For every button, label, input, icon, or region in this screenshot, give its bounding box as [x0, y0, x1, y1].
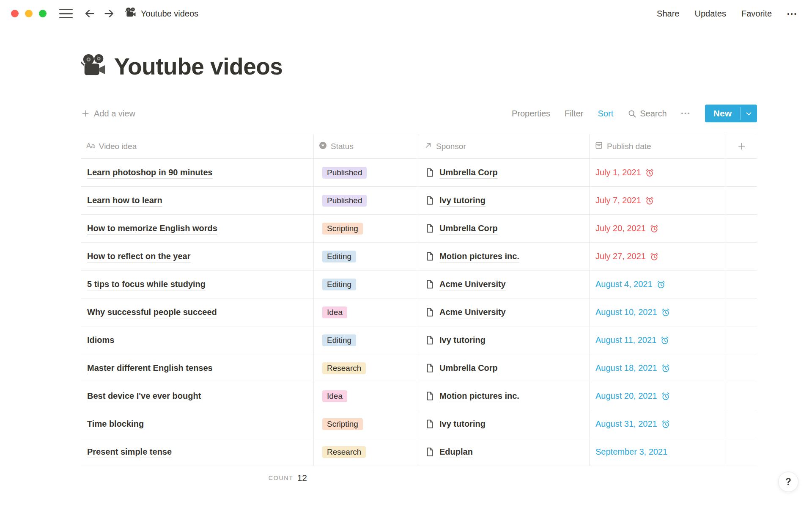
zoom-window-button[interactable] — [39, 10, 47, 17]
cell-video-idea[interactable]: How to reflect on the year — [81, 243, 314, 270]
table-row: Idioms Editing Ivy tutoring August 11, 2… — [81, 326, 757, 354]
forward-arrow-icon[interactable] — [103, 8, 115, 19]
cell-publish-date[interactable]: July 1, 2021 — [590, 159, 726, 186]
cell-publish-date[interactable]: August 18, 2021 — [590, 354, 726, 382]
cell-empty — [726, 187, 757, 214]
share-button[interactable]: Share — [657, 9, 679, 19]
cell-video-idea[interactable]: 5 tips to focus while studying — [81, 271, 314, 298]
help-button[interactable]: ? — [778, 472, 798, 492]
cell-status[interactable]: Editing — [314, 326, 419, 354]
relation-arrow-icon — [424, 141, 432, 152]
cell-video-idea[interactable]: Best device I've ever bought — [81, 382, 314, 410]
cell-publish-date[interactable]: August 4, 2021 — [590, 271, 726, 298]
new-button[interactable]: New — [705, 105, 757, 122]
page-icon — [425, 363, 435, 373]
cell-video-idea[interactable]: Present simple tense — [81, 438, 314, 466]
minimize-window-button[interactable] — [25, 10, 33, 17]
cell-status[interactable]: Idea — [314, 382, 419, 410]
cell-sponsor[interactable]: Ivy tutoring — [419, 326, 590, 354]
cell-sponsor[interactable]: Acme University — [419, 298, 590, 326]
sponsor-text: Umbrella Corp — [439, 362, 498, 374]
sponsor-text: Umbrella Corp — [439, 167, 498, 179]
sponsor-text: Acme University — [439, 306, 506, 318]
alarm-clock-icon — [645, 168, 654, 177]
column-header-status[interactable]: Status — [314, 134, 419, 158]
cell-status[interactable]: Research — [314, 354, 419, 382]
count-aggregate[interactable]: COUNT 12 — [81, 466, 314, 483]
filter-button[interactable]: Filter — [565, 109, 583, 119]
cell-status[interactable]: Editing — [314, 271, 419, 298]
publish-date-text: August 10, 2021 — [595, 307, 657, 317]
video-idea-text: Why successful people succeed — [87, 306, 217, 318]
cell-status[interactable]: Published — [314, 159, 419, 186]
cell-sponsor[interactable]: Umbrella Corp — [419, 354, 590, 382]
publish-date-text: July 27, 2021 — [595, 251, 646, 261]
add-column-button[interactable] — [726, 134, 757, 158]
cell-video-idea[interactable]: Idioms — [81, 326, 314, 354]
cell-publish-date[interactable]: July 20, 2021 — [590, 215, 726, 242]
cell-sponsor[interactable]: Eduplan — [419, 438, 590, 466]
status-badge: Editing — [322, 251, 356, 262]
cell-sponsor[interactable]: Motion pictures inc. — [419, 243, 590, 270]
cell-publish-date[interactable]: August 20, 2021 — [590, 382, 726, 410]
search-button[interactable]: Search — [628, 109, 667, 119]
status-badge: Idea — [322, 390, 347, 402]
video-idea-text: Best device I've ever bought — [87, 390, 201, 402]
cell-publish-date[interactable]: July 27, 2021 — [590, 243, 726, 270]
back-arrow-icon[interactable] — [84, 8, 96, 19]
cell-sponsor[interactable]: Umbrella Corp — [419, 159, 590, 186]
status-badge: Editing — [322, 334, 356, 346]
publish-date-text: July 1, 2021 — [595, 168, 641, 177]
properties-button[interactable]: Properties — [512, 109, 550, 119]
column-header-publish-date[interactable]: Publish date — [590, 134, 726, 158]
cell-sponsor[interactable]: Ivy tutoring — [419, 410, 590, 438]
cell-video-idea[interactable]: Why successful people succeed — [81, 298, 314, 326]
add-view-button[interactable]: Add a view — [81, 109, 135, 119]
cell-publish-date[interactable]: August 31, 2021 — [590, 410, 726, 438]
column-header-video-idea[interactable]: Aa Video idea — [81, 134, 314, 158]
table-row: Learn photoshop in 90 minutes Published … — [81, 159, 757, 187]
more-options-icon[interactable]: ••• — [787, 10, 798, 17]
close-window-button[interactable] — [11, 10, 19, 17]
sort-button[interactable]: Sort — [598, 109, 614, 119]
cell-sponsor[interactable]: Umbrella Corp — [419, 215, 590, 242]
updates-button[interactable]: Updates — [694, 9, 726, 19]
cell-status[interactable]: Scripting — [314, 215, 419, 242]
publish-date-text: August 4, 2021 — [595, 279, 653, 289]
table-row: 5 tips to focus while studying Editing A… — [81, 271, 757, 298]
sidebar-menu-icon[interactable] — [59, 9, 73, 18]
cell-video-idea[interactable]: Learn photoshop in 90 minutes — [81, 159, 314, 186]
cell-publish-date[interactable]: August 10, 2021 — [590, 298, 726, 326]
cell-publish-date[interactable]: September 3, 2021 — [590, 438, 726, 466]
cell-sponsor[interactable]: Motion pictures inc. — [419, 382, 590, 410]
new-dropdown-chevron-icon[interactable] — [741, 105, 757, 122]
alarm-clock-icon — [650, 252, 659, 261]
cell-publish-date[interactable]: July 7, 2021 — [590, 187, 726, 214]
plus-icon — [81, 109, 90, 118]
cell-video-idea[interactable]: Learn how to learn — [81, 187, 314, 214]
cell-status[interactable]: Published — [314, 187, 419, 214]
favorite-button[interactable]: Favorite — [741, 9, 772, 19]
page-title: Youtube videos — [114, 53, 283, 80]
cell-status[interactable]: Idea — [314, 298, 419, 326]
alarm-clock-icon — [661, 364, 670, 373]
cell-status[interactable]: Editing — [314, 243, 419, 270]
table-header-row: Aa Video idea Status Sponsor Publish da — [81, 134, 757, 159]
table-row: How to reflect on the year Editing Motio… — [81, 243, 757, 271]
cell-status[interactable]: Research — [314, 438, 419, 466]
cell-video-idea[interactable]: Time blocking — [81, 410, 314, 438]
cell-sponsor[interactable]: Acme University — [419, 271, 590, 298]
breadcrumb[interactable]: Youtube videos — [125, 7, 198, 20]
alarm-clock-icon — [661, 392, 670, 401]
cell-sponsor[interactable]: Ivy tutoring — [419, 187, 590, 214]
column-header-sponsor[interactable]: Sponsor — [419, 134, 590, 158]
cell-status[interactable]: Scripting — [314, 410, 419, 438]
publish-date-text: July 7, 2021 — [595, 196, 641, 205]
cell-video-idea[interactable]: Master different English tenses — [81, 354, 314, 382]
table-row: Why successful people succeed Idea Acme … — [81, 298, 757, 326]
publish-date-text: August 18, 2021 — [595, 363, 657, 373]
cell-video-idea[interactable]: How to memorize English words — [81, 215, 314, 242]
view-more-options-icon[interactable]: ••• — [681, 110, 691, 117]
cell-publish-date[interactable]: August 11, 2021 — [590, 326, 726, 354]
sponsor-text: Motion pictures inc. — [439, 251, 519, 262]
